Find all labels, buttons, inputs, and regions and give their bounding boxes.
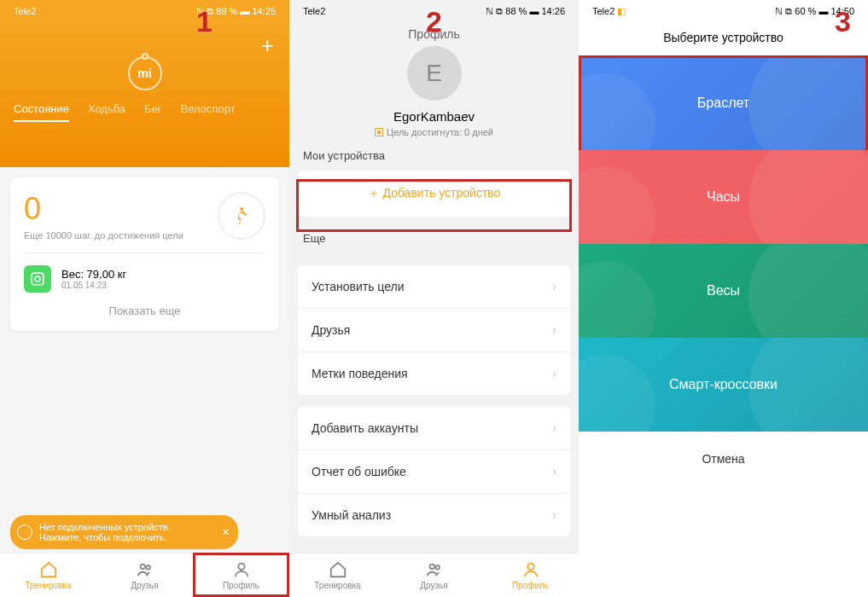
steps-goal-text: Еще 10000 шаг. до достижения цели bbox=[24, 230, 184, 241]
tab-status[interactable]: Состояние bbox=[14, 102, 69, 122]
tab-walk[interactable]: Ходьба bbox=[88, 102, 125, 122]
target-icon bbox=[375, 128, 383, 136]
bottom-nav: Тренировка Друзья Профиль bbox=[289, 553, 579, 597]
status-bar: Tele2 ℕ ⧉ 89 % ▬ 14:25 bbox=[0, 0, 289, 22]
cancel-button[interactable]: Отмена bbox=[579, 432, 868, 486]
svg-point-4 bbox=[146, 565, 150, 570]
item-friends[interactable]: Друзья› bbox=[298, 309, 570, 352]
steps-count: 0 bbox=[24, 191, 184, 227]
close-icon[interactable]: ✕ bbox=[222, 527, 230, 538]
settings-list-1: Установить цели› Друзья› Метки поведения… bbox=[298, 265, 570, 395]
chevron-right-icon: › bbox=[552, 507, 556, 523]
tab-bike[interactable]: Велоспорт bbox=[181, 102, 236, 122]
nav-training[interactable]: Тренировка bbox=[0, 554, 96, 597]
username: EgorKambaev bbox=[289, 109, 579, 124]
status-right: ℕ ⧉ 88 % ▬ 14:26 bbox=[486, 6, 565, 17]
nav-training[interactable]: Тренировка bbox=[289, 554, 386, 597]
device-bracelet[interactable]: Браслет bbox=[579, 56, 868, 150]
add-device-button[interactable]: ＋ Добавить устройство bbox=[298, 171, 570, 217]
svg-point-2 bbox=[35, 276, 40, 281]
step-number-1: 1 bbox=[196, 5, 213, 38]
carrier-label: Tele2 bbox=[14, 6, 36, 16]
add-icon[interactable]: + bbox=[261, 32, 274, 59]
device-scale[interactable]: Весы bbox=[579, 244, 868, 338]
no-device-toast[interactable]: Нет подключенных устройств. Нажмите, что… bbox=[10, 515, 238, 549]
item-smart-analysis[interactable]: Умный анализ› bbox=[298, 494, 570, 536]
chevron-right-icon: › bbox=[552, 366, 556, 381]
page-title: Выберите устройство bbox=[579, 22, 868, 56]
chevron-right-icon: › bbox=[552, 420, 556, 436]
scale-icon bbox=[24, 265, 51, 293]
nav-friends-label: Друзья bbox=[131, 581, 158, 590]
nav-friends[interactable]: Друзья bbox=[386, 554, 482, 597]
home-header: + mi Состояние Ходьба Бег Велоспорт bbox=[0, 22, 289, 167]
bottom-nav: Тренировка Друзья Профиль bbox=[0, 553, 289, 597]
weight-row[interactable]: Вес: 79,00 кг 01.05 14:23 bbox=[24, 265, 265, 293]
step-number-2: 2 bbox=[426, 5, 442, 38]
nav-training-label: Тренировка bbox=[25, 581, 71, 590]
step-number-3: 3 bbox=[835, 5, 851, 38]
section-my-devices: Мои устройства bbox=[289, 149, 579, 171]
toast-text: Нет подключенных устройств. Нажмите, что… bbox=[39, 522, 209, 542]
screen-status: 1 Tele2 ℕ ⧉ 89 % ▬ 14:25 + mi Состояние … bbox=[0, 0, 289, 597]
avatar[interactable]: E bbox=[407, 46, 462, 101]
nav-profile[interactable]: Профиль bbox=[193, 554, 289, 597]
weight-date: 01.05 14:23 bbox=[61, 281, 126, 290]
svg-point-3 bbox=[140, 565, 145, 570]
speaker-icon bbox=[17, 525, 32, 540]
weight-value: Вес: 79,00 кг bbox=[61, 268, 126, 281]
chevron-right-icon: › bbox=[552, 322, 556, 338]
item-add-accounts[interactable]: Добавить аккаунты› bbox=[298, 407, 570, 450]
nav-profile-label: Профиль bbox=[223, 581, 259, 590]
chevron-right-icon: › bbox=[552, 464, 556, 479]
plus-icon: ＋ bbox=[368, 186, 380, 200]
nav-friends[interactable]: Друзья bbox=[96, 554, 193, 597]
svg-point-6 bbox=[429, 565, 434, 570]
nav-profile[interactable]: Профиль bbox=[482, 554, 579, 597]
item-set-goals[interactable]: Установить цели› bbox=[298, 265, 570, 309]
status-bar: Tele2 ◧ ℕ ⧉ 60 % ▬ 14:50 bbox=[579, 0, 868, 22]
svg-point-7 bbox=[435, 565, 440, 570]
item-bug-report[interactable]: Отчет об ошибке› bbox=[298, 450, 570, 494]
svg-point-0 bbox=[240, 207, 243, 211]
show-more-link[interactable]: Показать еще bbox=[24, 304, 265, 317]
settings-list-2: Добавить аккаунты› Отчет об ошибке› Умны… bbox=[298, 407, 570, 536]
carrier-label: Tele2 bbox=[303, 6, 325, 16]
walk-icon bbox=[218, 192, 265, 240]
carrier-label: Tele2 ◧ bbox=[592, 6, 626, 17]
mi-logo-icon: mi bbox=[128, 56, 162, 90]
screen-select-device: 3 Tele2 ◧ ℕ ⧉ 60 % ▬ 14:50 Выберите устр… bbox=[579, 0, 868, 597]
device-watch[interactable]: Часы bbox=[579, 150, 868, 244]
svg-point-5 bbox=[238, 564, 244, 570]
activity-tabs: Состояние Ходьба Бег Велоспорт bbox=[14, 102, 276, 122]
section-more: Еще bbox=[289, 217, 579, 253]
svg-point-8 bbox=[527, 564, 533, 570]
svg-rect-1 bbox=[32, 273, 44, 285]
screen-profile: 2 Tele2 ℕ ⧉ 88 % ▬ 14:26 Профиль E EgorK… bbox=[289, 0, 579, 597]
goal-streak: Цель достигнута: 0 дней bbox=[289, 127, 579, 137]
tab-run[interactable]: Бег bbox=[144, 102, 162, 122]
steps-card: 0 Еще 10000 шаг. до достижения цели Вес:… bbox=[10, 177, 279, 331]
chevron-right-icon: › bbox=[552, 279, 556, 294]
item-behavior-tags[interactable]: Метки поведения› bbox=[298, 352, 570, 395]
device-smart-shoes[interactable]: Смарт-кроссовки bbox=[579, 338, 868, 432]
